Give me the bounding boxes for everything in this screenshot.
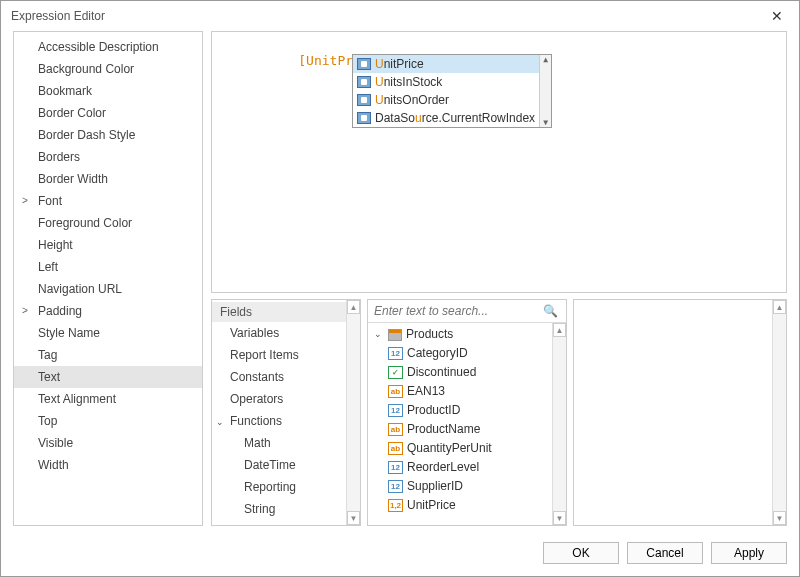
search-input[interactable] [372, 302, 539, 320]
ok-button[interactable]: OK [543, 542, 619, 564]
scroll-down-icon[interactable]: ▼ [347, 511, 360, 525]
property-label: Border Color [38, 106, 106, 120]
description-scrollbar[interactable]: ▲ ▼ [772, 300, 786, 525]
autocomplete-item[interactable]: UnitsOnOrder [353, 91, 539, 109]
chevron-down-icon[interactable]: ⌄ [216, 413, 224, 431]
autocomplete-popup[interactable]: UnitPriceUnitsInStockUnitsOnOrderDataSou… [352, 54, 552, 128]
property-label: Background Color [38, 62, 134, 76]
property-item[interactable]: Border Dash Style [14, 124, 202, 146]
property-label: Foreground Color [38, 216, 132, 230]
search-icon[interactable]: 🔍 [539, 304, 562, 318]
category-subitem[interactable]: Math [212, 432, 346, 454]
property-item[interactable]: Border Width [14, 168, 202, 190]
close-icon[interactable]: ✕ [763, 4, 791, 28]
field-label: UnitPrice [407, 497, 456, 514]
category-header[interactable]: Fields [212, 302, 346, 322]
field-item[interactable]: abQuantityPerUnit [368, 439, 552, 458]
field-icon [357, 58, 371, 70]
property-item[interactable]: Style Name [14, 322, 202, 344]
property-list[interactable]: Accessible DescriptionBackground ColorBo… [13, 31, 203, 526]
autocomplete-item[interactable]: UnitsInStock [353, 73, 539, 91]
autocomplete-item[interactable]: DataSource.CurrentRowIndex [353, 109, 539, 127]
field-item[interactable]: abEAN13 [368, 382, 552, 401]
field-item[interactable]: 12SupplierID [368, 477, 552, 496]
category-subitem[interactable]: Reporting [212, 476, 346, 498]
expression-textarea[interactable]: [UnitPrice] * [U] UnitPriceUnitsInStockU… [211, 31, 787, 293]
category-item[interactable]: ⌄Functions [212, 410, 346, 432]
field-item[interactable]: 12ReorderLevel [368, 458, 552, 477]
property-label: Tag [38, 348, 57, 362]
category-item[interactable]: Variables [212, 322, 346, 344]
property-label: Top [38, 414, 57, 428]
scroll-down-icon[interactable]: ▼ [773, 511, 786, 525]
scroll-down-icon[interactable]: ▼ [540, 118, 551, 127]
chevron-right-icon[interactable]: > [22, 302, 28, 320]
property-label: Height [38, 238, 73, 252]
category-subitem[interactable]: String [212, 498, 346, 520]
property-item[interactable]: >Font [14, 190, 202, 212]
chevron-right-icon[interactable]: > [22, 192, 28, 210]
category-item[interactable]: Report Items [212, 344, 346, 366]
property-item[interactable]: Top [14, 410, 202, 432]
field-item[interactable]: 12CategoryID [368, 344, 552, 363]
field-item[interactable]: abProductName [368, 420, 552, 439]
field-label: ProductName [407, 421, 480, 438]
property-label: Width [38, 458, 69, 472]
ab-type-icon: ab [388, 442, 403, 455]
property-item[interactable]: Borders [14, 146, 202, 168]
category-item[interactable]: Constants [212, 366, 346, 388]
scroll-up-icon[interactable]: ▲ [553, 323, 566, 337]
property-item[interactable]: Left [14, 256, 202, 278]
12-type-icon: 12 [388, 461, 403, 474]
property-item[interactable]: Background Color [14, 58, 202, 80]
field-item[interactable]: ✓Discontinued [368, 363, 552, 382]
property-item[interactable]: Accessible Description [14, 36, 202, 58]
property-label: Accessible Description [38, 40, 159, 54]
fields-scrollbar[interactable]: ▲ ▼ [552, 323, 566, 525]
property-item[interactable]: Text [14, 366, 202, 388]
cancel-button[interactable]: Cancel [627, 542, 703, 564]
property-item[interactable]: Height [14, 234, 202, 256]
property-item[interactable]: Border Color [14, 102, 202, 124]
12-type-icon: 12 [388, 480, 403, 493]
field-icon [357, 94, 371, 106]
category-label: Functions [230, 414, 282, 428]
category-list[interactable]: Fields VariablesReport ItemsConstantsOpe… [211, 299, 361, 526]
property-item[interactable]: >Padding [14, 300, 202, 322]
property-item[interactable]: Text Alignment [14, 388, 202, 410]
field-item[interactable]: 1,2UnitPrice [368, 496, 552, 515]
scroll-up-icon[interactable]: ▲ [773, 300, 786, 314]
field-item[interactable]: 12ProductID [368, 401, 552, 420]
fields-root[interactable]: ⌄Products [368, 325, 552, 344]
property-item[interactable]: Bookmark [14, 80, 202, 102]
property-label: Borders [38, 150, 80, 164]
property-item[interactable]: Tag [14, 344, 202, 366]
chevron-down-icon[interactable]: ⌄ [374, 326, 384, 343]
autocomplete-label: UnitPrice [375, 57, 424, 71]
scroll-down-icon[interactable]: ▼ [553, 511, 566, 525]
12-type-icon: 12 [388, 404, 403, 417]
property-label: Border Dash Style [38, 128, 135, 142]
property-item[interactable]: Foreground Color [14, 212, 202, 234]
fields-panel: 🔍 ⌄Products12CategoryID✓DiscontinuedabEA… [367, 299, 567, 526]
category-label: Report Items [230, 348, 299, 362]
category-subitem[interactable]: Aggregate [212, 520, 346, 525]
property-label: Text Alignment [38, 392, 116, 406]
apply-button[interactable]: Apply [711, 542, 787, 564]
scroll-up-icon[interactable]: ▲ [540, 55, 551, 64]
property-label: Padding [38, 304, 82, 318]
field-label: SupplierID [407, 478, 463, 495]
autocomplete-scrollbar[interactable]: ▲ ▼ [539, 55, 551, 127]
button-row: OK Cancel Apply [1, 534, 799, 576]
scroll-up-icon[interactable]: ▲ [347, 300, 360, 314]
titlebar: Expression Editor ✕ [1, 1, 799, 31]
property-item[interactable]: Width [14, 454, 202, 476]
category-item[interactable]: Operators [212, 388, 346, 410]
property-item[interactable]: Visible [14, 432, 202, 454]
category-scrollbar[interactable]: ▲ ▼ [346, 300, 360, 525]
description-panel: ▲ ▼ [573, 299, 787, 526]
category-subitem[interactable]: DateTime [212, 454, 346, 476]
property-item[interactable]: Navigation URL [14, 278, 202, 300]
autocomplete-item[interactable]: UnitPrice [353, 55, 539, 73]
category-label: Constants [230, 370, 284, 384]
